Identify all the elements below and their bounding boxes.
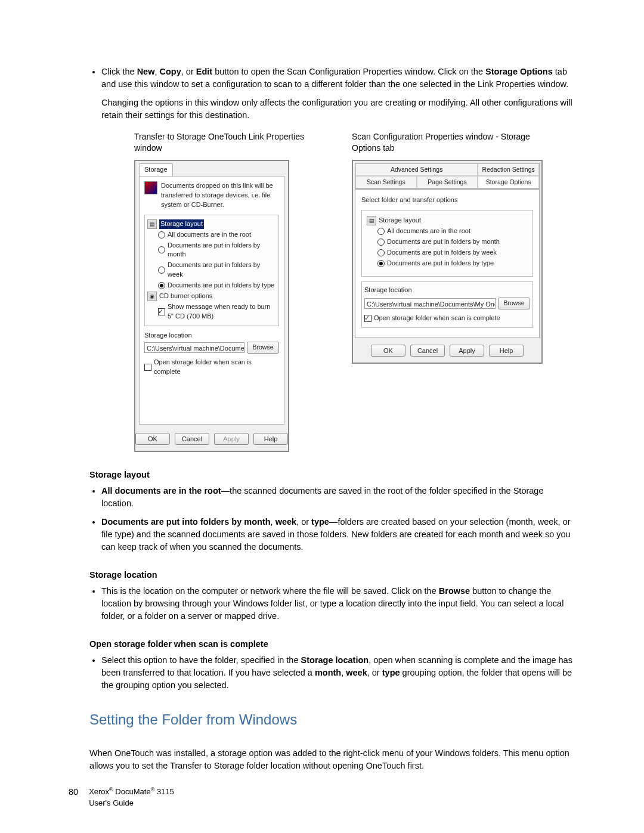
d2-radio-week-row[interactable]: Documents are put in folders by week — [367, 247, 528, 258]
browse-button[interactable]: Browse — [247, 342, 279, 354]
d2-radio-type-label: Documents are put in folders by type — [387, 259, 494, 268]
tab-row-bottom: Scan Settings Page Settings Storage Opti… — [355, 176, 540, 189]
description-row: Documents dropped on this link will be t… — [144, 181, 279, 210]
d2-layout-icon: ▤ — [367, 216, 376, 225]
d2-open-folder-checkbox — [364, 315, 371, 322]
ok-button[interactable]: OK — [135, 433, 170, 445]
storage-layout-group: ▤ Storage layout All documents are in th… — [144, 215, 279, 327]
d2-storage-layout-group: ▤ Storage layout All documents are in th… — [361, 210, 533, 277]
d2-storage-path-input[interactable]: C:\Users\virtual machine\Documents\My On… — [364, 298, 496, 309]
layout-icon: ▤ — [147, 219, 157, 229]
radio-type-label: Documents are put in folders by type — [168, 281, 274, 290]
page-footer: 80 Xerox® DocuMate® 3115 User's Guide — [69, 786, 174, 809]
d2-ok-button[interactable]: OK — [371, 345, 405, 357]
layout-bullet-root: All documents are in the root—the scanne… — [101, 485, 575, 510]
dialog-scan-config-properties: Advanced Settings Redaction Settings Sca… — [352, 160, 543, 364]
storage-location-bullets: This is the location on the computer or … — [89, 585, 575, 623]
d2-storage-location-group: Storage location C:\Users\virtual machin… — [361, 281, 533, 328]
radio-root-label: All documents are in the root — [168, 230, 251, 240]
d2-help-button[interactable]: Help — [489, 345, 524, 357]
storage-layout-bullets: All documents are in the root—the scanne… — [89, 485, 575, 553]
dialog2-button-row: OK Cancel Apply Help — [353, 340, 541, 363]
tab-strip: Storage — [135, 161, 288, 176]
d2-radio-week-icon — [377, 249, 385, 256]
section-storage-location-heading: Storage location — [89, 569, 575, 581]
figure-right: Scan Configuration Properties window - S… — [352, 131, 543, 452]
radio-month-row[interactable]: Documents are put in folders by month — [147, 240, 276, 261]
d2-storage-layout-header: ▤ Storage layout — [367, 215, 528, 226]
storage-layout-title: Storage layout — [159, 219, 204, 229]
d2-storage-location-label: Storage location — [364, 286, 530, 295]
footer-text-block: Xerox® DocuMate® 3115 User's Guide — [89, 786, 174, 809]
cancel-button[interactable]: Cancel — [175, 433, 209, 445]
dialog-link-properties: Storage Documents dropped on this link w… — [134, 160, 289, 452]
d2-storage-layout-title: Storage layout — [379, 216, 421, 225]
location-bullet: This is the location on the computer or … — [101, 585, 575, 623]
d2-radio-type-row[interactable]: Documents are put in folders by type — [367, 258, 528, 269]
d2-radio-root-label: All documents are in the root — [387, 227, 470, 236]
radio-week-icon — [158, 267, 165, 274]
path-row: C:\Users\virtual machine\Documents\My On… — [144, 342, 279, 354]
d2-radio-root-row[interactable]: All documents are in the root — [367, 226, 528, 237]
radio-type-row[interactable]: Documents are put in folders by type — [147, 280, 276, 291]
open-folder-row[interactable]: Open storage folder when scan is complet… — [144, 357, 279, 377]
tab-row-top: Advanced Settings Redaction Settings — [355, 163, 540, 176]
intro-note: Changing the options in this window only… — [101, 97, 575, 122]
d2-apply-button[interactable]: Apply — [450, 345, 484, 357]
help-button[interactable]: Help — [253, 433, 288, 445]
footer-line-2: User's Guide — [89, 798, 174, 809]
d2-radio-week-label: Documents are put in folders by week — [387, 248, 497, 258]
cd-icon: ◉ — [147, 292, 157, 301]
heading-setting-folder: Setting the Folder from Windows — [89, 710, 575, 730]
tab-storage[interactable]: Storage — [139, 163, 173, 176]
storage-path-input[interactable]: C:\Users\virtual machine\Documents\My On… — [144, 342, 244, 353]
radio-month-icon — [158, 246, 165, 253]
select-folder-label: Select folder and transfer options — [361, 196, 533, 205]
d2-radio-type-icon — [377, 260, 385, 267]
tab-scan-settings[interactable]: Scan Settings — [355, 176, 417, 188]
intro-bullets: Click the New, Copy, or Edit button to o… — [89, 66, 575, 122]
intro-bullet-1: Click the New, Copy, or Edit button to o… — [101, 66, 575, 122]
radio-root-row[interactable]: All documents are in the root — [147, 230, 276, 240]
radio-type-icon — [158, 282, 165, 289]
radio-week-row[interactable]: Documents are put in folders by week — [147, 260, 276, 280]
section-open-folder-heading: Open storage folder when scan is complet… — [89, 638, 575, 651]
dialog1-button-row: OK Cancel Apply Help — [135, 428, 288, 451]
d2-radio-month-icon — [377, 239, 385, 246]
figure-row: Transfer to Storage OneTouch Link Proper… — [134, 131, 575, 452]
storage-icon — [144, 181, 157, 194]
d2-radio-month-row[interactable]: Documents are put in folders by month — [367, 237, 528, 247]
open-folder-checkbox — [144, 364, 151, 371]
cd-show-message-row[interactable]: Show message when ready to burn 5" CD (7… — [147, 302, 276, 322]
tab-page-settings[interactable]: Page Settings — [417, 176, 478, 188]
figure-left-caption: Transfer to Storage OneTouch Link Proper… — [134, 131, 313, 154]
radio-week-label: Documents are put in folders by week — [168, 261, 276, 280]
tab-redaction-settings[interactable]: Redaction Settings — [478, 163, 539, 176]
page-number: 80 — [69, 786, 78, 798]
apply-button[interactable]: Apply — [214, 433, 249, 445]
storage-location-label: Storage location — [144, 331, 279, 340]
tab-storage-options[interactable]: Storage Options — [478, 176, 539, 188]
d2-open-folder-row[interactable]: Open storage folder when scan is complet… — [364, 313, 530, 324]
cd-burner-title: CD burner options — [159, 292, 212, 301]
radio-root-icon — [158, 231, 165, 239]
d2-open-folder-label: Open storage folder when scan is complet… — [374, 314, 500, 323]
layout-bullet-month-week-type: Documents are put into folders by month,… — [101, 516, 575, 553]
figure-right-caption: Scan Configuration Properties window - S… — [352, 131, 531, 154]
d2-radio-root-icon — [377, 228, 385, 235]
cd-show-message-label: Show message when ready to burn 5" CD (7… — [168, 302, 276, 321]
cd-burner-header: ◉ CD burner options — [147, 291, 276, 302]
radio-month-label: Documents are put in folders by month — [168, 241, 276, 260]
document-page: Click the New, Copy, or Edit button to o… — [0, 0, 644, 833]
reg-mark-icon: ® — [109, 786, 113, 792]
tab-advanced-settings[interactable]: Advanced Settings — [355, 163, 478, 176]
open-folder-label: Open storage folder when scan is complet… — [154, 358, 279, 377]
dialog2-body: Select folder and transfer options ▤ Sto… — [355, 189, 540, 338]
paragraph-after-h2: When OneTouch was installed, a storage o… — [89, 747, 569, 772]
d2-radio-month-label: Documents are put in folders by month — [387, 237, 500, 247]
d2-path-row: C:\Users\virtual machine\Documents\My On… — [364, 298, 530, 309]
d2-browse-button[interactable]: Browse — [498, 298, 530, 309]
open-folder-bullets: Select this option to have the folder, s… — [89, 654, 575, 692]
open-folder-bullet: Select this option to have the folder, s… — [101, 654, 575, 692]
d2-cancel-button[interactable]: Cancel — [410, 345, 445, 357]
